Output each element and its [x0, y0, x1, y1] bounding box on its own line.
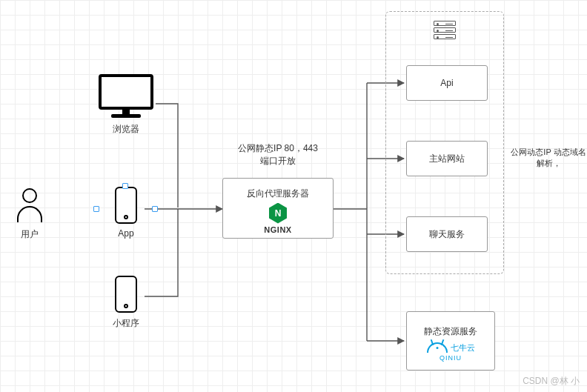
server-icon-node	[434, 21, 456, 41]
miniprogram-label: 小程序	[111, 317, 141, 330]
service-api-label: Api	[440, 78, 453, 88]
user-label: 用户	[16, 228, 43, 241]
service-chat-label: 聊天服务	[429, 228, 465, 241]
service-site-label: 主站网站	[429, 153, 465, 165]
port-left[interactable]	[93, 206, 99, 212]
monitor-icon	[99, 74, 153, 119]
proxy-note-l1: 公网静态IP 80，443	[222, 142, 334, 155]
phone-icon	[115, 187, 137, 224]
qiniu-cn: 七牛云	[451, 342, 475, 353]
static-box: 静态资源服务 七牛云 QINIU	[406, 311, 495, 371]
qiniu-icon	[427, 342, 448, 353]
nginx-text: NGINX	[264, 225, 291, 234]
port-top[interactable]	[122, 183, 128, 189]
nginx-icon: N	[269, 203, 287, 224]
watermark: CSDN @林 小	[523, 375, 580, 388]
browser-label: 浏览器	[96, 123, 156, 136]
app-label: App	[111, 228, 141, 239]
service-chat: 聊天服务	[406, 216, 488, 252]
client-browser: 浏览器	[96, 74, 156, 136]
client-miniprogram: 小程序	[111, 276, 141, 330]
cluster-note: 公网动态IP 动态域名 解析，	[508, 147, 587, 169]
phone-icon-2	[115, 276, 137, 313]
cluster-note-l2: 解析，	[508, 158, 587, 169]
proxy-title: 反向代理服务器	[247, 187, 309, 200]
server-rack-icon	[434, 21, 456, 39]
static-title: 静态资源服务	[424, 325, 477, 338]
proxy-box: 反向代理服务器 N NGINX	[222, 178, 334, 239]
cluster-note-l1: 公网动态IP 动态域名	[508, 147, 587, 158]
service-site: 主站网站	[406, 141, 488, 176]
proxy-note: 公网静态IP 80，443 端口开放	[222, 142, 334, 167]
proxy-note-l2: 端口开放	[222, 155, 334, 167]
qiniu-en: QINIU	[440, 354, 462, 362]
qiniu-brand: 七牛云 QINIU	[427, 342, 475, 362]
client-app: App	[111, 187, 141, 239]
user-node: 用户	[16, 188, 43, 241]
port-right[interactable]	[152, 206, 158, 212]
service-api: Api	[406, 65, 488, 101]
user-icon	[16, 188, 43, 228]
